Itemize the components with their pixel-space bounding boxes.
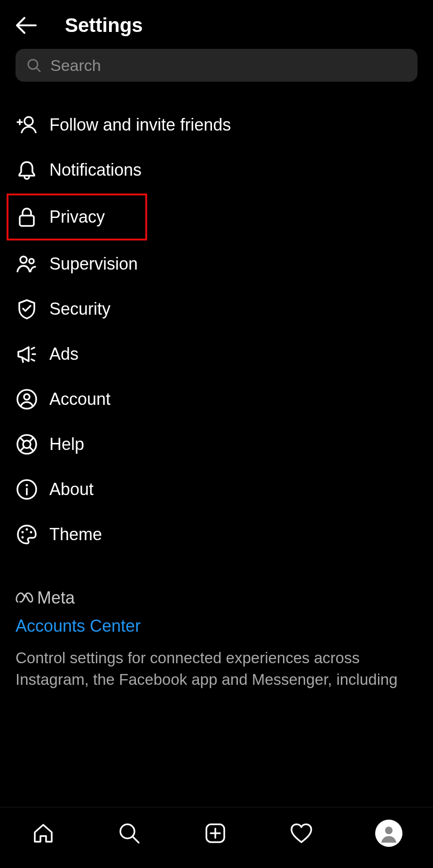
- nav-search[interactable]: [117, 821, 142, 845]
- search-input[interactable]: [50, 56, 406, 75]
- meta-section: Meta Accounts Center Control settings fo…: [0, 565, 433, 690]
- menu-label: Ads: [49, 344, 79, 364]
- nav-profile[interactable]: [375, 820, 402, 847]
- megaphone-icon: [16, 343, 38, 365]
- menu-item-theme[interactable]: Theme: [0, 512, 433, 557]
- svg-rect-2: [20, 216, 34, 226]
- menu-label: Account: [49, 389, 110, 409]
- heart-icon: [290, 822, 313, 844]
- svg-point-1: [24, 117, 33, 125]
- svg-point-13: [30, 531, 32, 534]
- user-circle-icon: [16, 388, 38, 411]
- menu-label: Help: [49, 434, 84, 454]
- svg-point-10: [26, 484, 28, 487]
- menu-label: About: [49, 480, 94, 499]
- menu-item-ads[interactable]: Ads: [0, 332, 433, 377]
- menu-label: Theme: [49, 525, 102, 544]
- arrow-left-icon: [15, 16, 37, 34]
- accounts-center-link[interactable]: Accounts Center: [16, 616, 417, 636]
- nav-home[interactable]: [31, 821, 55, 845]
- nav-create[interactable]: [203, 821, 228, 845]
- nav-activity[interactable]: [289, 821, 314, 845]
- svg-point-12: [26, 528, 28, 531]
- search-icon: [27, 58, 41, 73]
- svg-point-17: [385, 827, 393, 834]
- bottom-nav: [0, 807, 433, 868]
- svg-point-14: [22, 536, 24, 539]
- svg-point-8: [23, 441, 31, 448]
- menu-label: Privacy: [49, 207, 105, 227]
- meta-description: Control settings for connected experienc…: [16, 647, 417, 690]
- bell-icon: [16, 159, 38, 181]
- menu-item-account[interactable]: Account: [0, 377, 433, 422]
- settings-menu: Follow and invite friends Notifications …: [0, 95, 433, 565]
- back-button[interactable]: [15, 15, 37, 36]
- lock-icon: [16, 206, 38, 228]
- svg-point-15: [120, 824, 134, 838]
- meta-logo-icon: [16, 592, 33, 604]
- follow-invite-icon: [16, 114, 38, 136]
- svg-point-11: [22, 531, 24, 534]
- menu-label: Follow and invite friends: [49, 115, 231, 135]
- search-bar[interactable]: [16, 49, 417, 82]
- svg-point-6: [24, 394, 30, 400]
- menu-label: Supervision: [49, 254, 138, 274]
- avatar-icon: [378, 823, 399, 844]
- menu-item-follow-invite[interactable]: Follow and invite friends: [0, 102, 433, 147]
- menu-label: Notifications: [49, 160, 142, 180]
- meta-brand-text: Meta: [37, 588, 75, 608]
- help-ring-icon: [16, 433, 38, 456]
- menu-item-security[interactable]: Security: [0, 287, 433, 332]
- search-icon: [118, 822, 141, 845]
- info-icon: [16, 478, 38, 501]
- meta-logo: Meta: [16, 588, 417, 608]
- menu-label: Security: [49, 299, 110, 319]
- menu-item-supervision[interactable]: Supervision: [0, 241, 433, 287]
- shield-check-icon: [16, 298, 38, 320]
- svg-point-4: [29, 259, 34, 264]
- page-title: Settings: [65, 14, 143, 37]
- people-icon: [16, 253, 38, 275]
- palette-icon: [16, 523, 38, 546]
- plus-square-icon: [204, 822, 227, 845]
- home-icon: [32, 822, 55, 845]
- svg-point-3: [20, 256, 27, 263]
- menu-item-help[interactable]: Help: [0, 422, 433, 467]
- menu-item-privacy[interactable]: Privacy: [8, 194, 146, 240]
- menu-item-notifications[interactable]: Notifications: [0, 147, 433, 193]
- menu-item-about[interactable]: About: [0, 467, 433, 512]
